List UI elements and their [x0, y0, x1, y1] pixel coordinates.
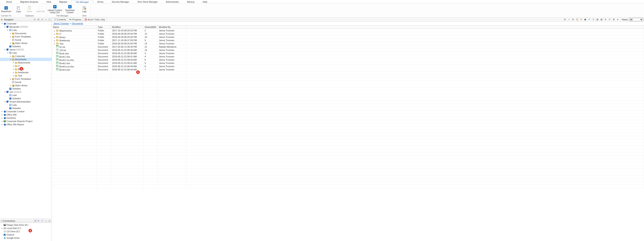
new-folder-icon[interactable]: ▣: [584, 18, 587, 21]
tree-node[interactable]: ▸Notebooks: [0, 71, 52, 74]
menu-security-manager[interactable]: Security Manager: [108, 0, 133, 4]
connections-tab-close-icon[interactable]: ✕: [34, 220, 37, 222]
tree-node[interactable]: Lists: [0, 94, 52, 97]
table-row[interactable]: ▸AttachmentsFolder2017-10-29 09:20:33 PM…: [52, 29, 644, 32]
twist-icon[interactable]: ▸: [9, 78, 12, 80]
twist-icon[interactable]: ▾: [4, 101, 6, 103]
table-row[interactable]: ▸NotebooksFolder2017-11-26 06:37:09 PM9J…: [52, 39, 644, 42]
refresh-grid-icon[interactable]: ⟳: [608, 18, 612, 21]
copy-button[interactable]: Copy: [13, 4, 24, 14]
help-icon[interactable]: ?: [41, 219, 44, 222]
twist-icon[interactable]: ▾: [9, 58, 12, 60]
breadcrumb-root[interactable]: Janna Trosman: [54, 22, 69, 25]
twist-icon[interactable]: ▾: [4, 49, 6, 51]
twist-icon[interactable]: ▸: [9, 42, 12, 44]
table-row[interactable]: 02.xlsDocument2017-02-06 12:36:39 PM21Na…: [52, 45, 644, 48]
twist-icon[interactable]: ▾: [6, 29, 9, 31]
tree-node[interactable]: ▸Office 365 Report: [0, 123, 52, 126]
connection-item[interactable]: CD Drive (D:): [0, 230, 52, 233]
col-type[interactable]: Type: [96, 26, 111, 29]
twist-icon[interactable]: ▸: [9, 84, 12, 86]
tree-node[interactable]: ▸Style Library: [0, 42, 52, 45]
maximize-conn-icon[interactable]: ▢: [48, 219, 51, 222]
table-row[interactable]: ▸TestFolder2018-04-30 06:25:04 PM13Janna…: [52, 42, 644, 45]
twist-icon[interactable]: ▾: [1, 23, 3, 25]
view-menu-icon[interactable]: ▾: [41, 18, 44, 21]
twist-icon[interactable]: ▸: [1, 123, 3, 125]
collapse-all-icon[interactable]: ⊟: [37, 18, 40, 21]
menu-administrator[interactable]: Administrator: [162, 0, 183, 4]
menu-migrator[interactable]: Migrator: [55, 0, 72, 4]
tree-node[interactable]: Social: [0, 81, 52, 84]
menu-view[interactable]: View: [42, 0, 55, 4]
tree-node[interactable]: ▾Joe: [0, 90, 52, 94]
twist-icon[interactable]: ▸: [12, 71, 15, 73]
maximize-icon[interactable]: ▢: [48, 18, 51, 21]
col-name[interactable]: Name: [52, 26, 96, 29]
tree-node[interactable]: Subsites: [0, 45, 52, 48]
tree-node[interactable]: Subsites: [0, 107, 52, 110]
tree-node[interactable]: ▾Lists: [0, 51, 52, 55]
table-row[interactable]: Book3.csv.xlsxDocument2018-05-31 01:08:4…: [52, 65, 644, 68]
rename-icon[interactable]: ✎: [580, 18, 583, 21]
properties-icon[interactable]: ≣: [612, 18, 616, 21]
navigator-tree[interactable]: ▾Corporate▾Alexander▾Lists▸Documents▸For…: [0, 22, 52, 219]
tree-node[interactable]: ▸Corporate Reports Project: [0, 120, 52, 123]
col-modified[interactable]: Modified: [111, 26, 143, 29]
twist-icon[interactable]: ▸: [12, 68, 15, 70]
twist-icon[interactable]: ▸: [1, 117, 3, 119]
tree-node[interactable]: ▾Janna: [0, 48, 52, 51]
twist-icon[interactable]: ▸: [1, 227, 3, 229]
tree-node[interactable]: ▾Documents: [0, 58, 52, 61]
tab-azure-jobs[interactable]: Azure Turbo Jobs: [83, 18, 106, 21]
tree-node[interactable]: ▾Alexander: [0, 25, 52, 29]
twist-icon[interactable]: ▸: [1, 114, 3, 116]
menu-migration-analysis[interactable]: Migration Analysis: [16, 0, 42, 4]
minimize-icon[interactable]: —: [44, 18, 47, 21]
tree-node[interactable]: ▾Corporate: [0, 22, 52, 25]
menu-drives[interactable]: Drives: [93, 0, 108, 4]
filter-icon[interactable]: ▼: [604, 18, 608, 21]
tree-node[interactable]: ▾Tenant Administration: [0, 100, 52, 103]
connections-list[interactable]: Floppy Disk Drive (A:)▸Local Disk (C:)CD…: [0, 223, 52, 241]
row-twist-icon[interactable]: ▸: [53, 36, 56, 39]
paste-tool-icon[interactable]: 📋: [575, 18, 579, 21]
table-row[interactable]: ▸libraryFolder2018-04-30 06:25:04 PM14Ja…: [52, 35, 644, 39]
tree-node[interactable]: Subsites: [0, 87, 52, 90]
tree-node[interactable]: ▸Form Templates: [0, 77, 52, 81]
twist-icon[interactable]: ▸: [9, 32, 12, 34]
menu-file-manager[interactable]: File Manager: [72, 0, 93, 4]
content-grid[interactable]: NameTypeModifiedSharedWithModified By▸At…: [52, 25, 644, 241]
upload-content-button[interactable]: Upload Content Using CSV: [48, 4, 62, 14]
tree-node[interactable]: ▾Lists: [0, 29, 52, 32]
twist-icon[interactable]: ▸: [1, 120, 3, 122]
tree-node[interactable]: ▸Style Library: [0, 84, 52, 87]
copy-tool-icon[interactable]: ⧉: [571, 18, 575, 21]
tree-node[interactable]: Social: [0, 38, 52, 42]
twist-icon[interactable]: ▾: [4, 91, 6, 93]
menu-term-store-manager[interactable]: Term Store Manager: [133, 0, 162, 4]
menu-backup[interactable]: Backup: [183, 0, 199, 4]
table-row[interactable]: Book1.xlsxDocument2018-05-31 01:08:41 AM…: [52, 55, 644, 58]
minimize-conn-icon[interactable]: —: [44, 219, 47, 222]
connection-item[interactable]: Floppy Disk Drive (A:): [0, 223, 52, 226]
logs-button[interactable]: Logs: [79, 4, 90, 14]
undo-icon[interactable]: ↶: [588, 18, 591, 21]
row-twist-icon[interactable]: ▸: [53, 43, 56, 45]
table-row[interactable]: ▸ITFolder2018-04-30 06:25:04 PM12Janna T…: [52, 32, 644, 35]
tree-view-icon[interactable]: ☰: [563, 18, 567, 21]
tree-node[interactable]: ▸OneDrive: [0, 116, 52, 120]
tree-node[interactable]: ▸Corporate: [0, 55, 52, 58]
tree-node[interactable]: ▸Test: [0, 74, 52, 77]
twist-icon[interactable]: ▸: [12, 75, 15, 77]
more-icon[interactable]: ▾: [616, 18, 620, 21]
delete-icon[interactable]: ✕: [592, 18, 595, 21]
table-row[interactable]: 123.txtDocument2018-05-31 01:08:46 AM15J…: [52, 48, 644, 52]
row-twist-icon[interactable]: ▸: [53, 33, 56, 35]
table-row[interactable]: Book.xlsxDocument2018-05-31 01:08:38 AM3…: [52, 52, 644, 55]
views-select[interactable]: All: [629, 18, 643, 21]
tree-node[interactable]: Lists: [0, 103, 52, 107]
col-modified-by[interactable]: Modified By: [158, 26, 186, 29]
sharepoint-button[interactable]: SharePoint: [1, 4, 12, 14]
col-sharedwith[interactable]: SharedWith: [143, 26, 158, 29]
